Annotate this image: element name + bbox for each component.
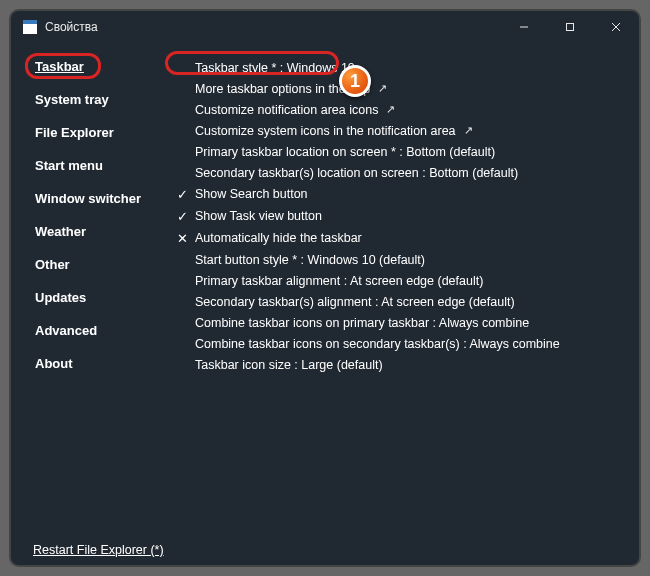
- setting-label: Show Task view button: [195, 209, 322, 223]
- annotation-marker: 1: [339, 65, 371, 97]
- svg-rect-1: [567, 24, 574, 31]
- setting-label: Show Search button: [195, 187, 308, 201]
- setting-row[interactable]: Customize system icons in the notificati…: [175, 120, 623, 141]
- restart-file-explorer-link[interactable]: Restart File Explorer (*): [33, 543, 164, 557]
- sidebar-item-weather[interactable]: Weather: [31, 220, 159, 243]
- setting-label: Customize notification area icons: [195, 103, 378, 117]
- cross-icon: ✕: [175, 231, 189, 246]
- setting-row[interactable]: ✕Automatically hide the taskbar: [175, 227, 623, 249]
- sidebar-item-other[interactable]: Other: [31, 253, 159, 276]
- setting-label: Combine taskbar icons on secondary taskb…: [175, 337, 560, 351]
- annotation-marker-label: 1: [350, 71, 360, 92]
- setting-row[interactable]: More taskbar options in the app↗: [175, 78, 623, 99]
- setting-row[interactable]: Taskbar icon size : Large (default): [175, 354, 623, 375]
- titlebar-left: Свойства: [23, 20, 98, 34]
- setting-label: Start button style * : Windows 10 (defau…: [175, 253, 425, 267]
- sidebar-item-taskbar[interactable]: Taskbar: [31, 55, 159, 78]
- setting-label: Primary taskbar alignment : At screen ed…: [175, 274, 483, 288]
- body: Taskbar System tray File Explorer Start …: [11, 43, 639, 565]
- setting-row[interactable]: ✓Show Task view button: [175, 205, 623, 227]
- sidebar-item-updates[interactable]: Updates: [31, 286, 159, 309]
- setting-row[interactable]: Customize notification area icons↗: [175, 99, 623, 120]
- setting-label: Secondary taskbar(s) alignment : At scre…: [175, 295, 515, 309]
- external-link-icon: ↗: [464, 124, 473, 137]
- titlebar: Свойства: [11, 11, 639, 43]
- setting-row[interactable]: Secondary taskbar(s) location on screen …: [175, 162, 623, 183]
- setting-label: Customize system icons in the notificati…: [195, 124, 456, 138]
- check-icon: ✓: [175, 209, 189, 224]
- close-button[interactable]: [593, 11, 639, 43]
- setting-label: Primary taskbar location on screen * : B…: [175, 145, 495, 159]
- setting-label: Secondary taskbar(s) location on screen …: [175, 166, 518, 180]
- content-panel: 1 Taskbar style * : Windows 10More taskb…: [169, 49, 639, 565]
- setting-row[interactable]: Secondary taskbar(s) alignment : At scre…: [175, 291, 623, 312]
- setting-row[interactable]: Combine taskbar icons on secondary taskb…: [175, 333, 623, 354]
- properties-window: Свойства Taskbar System tray File Explor…: [11, 11, 639, 565]
- minimize-button[interactable]: [501, 11, 547, 43]
- external-link-icon: ↗: [386, 103, 395, 116]
- maximize-button[interactable]: [547, 11, 593, 43]
- setting-label: Taskbar style * : Windows 10: [195, 61, 355, 75]
- setting-row[interactable]: Combine taskbar icons on primary taskbar…: [175, 312, 623, 333]
- setting-row[interactable]: Primary taskbar alignment : At screen ed…: [175, 270, 623, 291]
- app-icon: [23, 20, 37, 34]
- check-icon: ✓: [175, 187, 189, 202]
- sidebar-item-start-menu[interactable]: Start menu: [31, 154, 159, 177]
- window-title: Свойства: [45, 20, 98, 34]
- setting-row[interactable]: Primary taskbar location on screen * : B…: [175, 141, 623, 162]
- setting-row[interactable]: ✓Show Search button: [175, 183, 623, 205]
- window-controls: [501, 11, 639, 43]
- sidebar-item-about[interactable]: About: [31, 352, 159, 375]
- sidebar-item-file-explorer[interactable]: File Explorer: [31, 121, 159, 144]
- setting-row[interactable]: Taskbar style * : Windows 10: [175, 57, 623, 78]
- external-link-icon: ↗: [378, 82, 387, 95]
- sidebar-item-system-tray[interactable]: System tray: [31, 88, 159, 111]
- setting-row[interactable]: Start button style * : Windows 10 (defau…: [175, 249, 623, 270]
- sidebar-item-advanced[interactable]: Advanced: [31, 319, 159, 342]
- sidebar-item-window-switcher[interactable]: Window switcher: [31, 187, 159, 210]
- sidebar: Taskbar System tray File Explorer Start …: [11, 49, 169, 565]
- setting-label: Automatically hide the taskbar: [195, 231, 362, 245]
- setting-label: Taskbar icon size : Large (default): [175, 358, 383, 372]
- setting-label: Combine taskbar icons on primary taskbar…: [175, 316, 529, 330]
